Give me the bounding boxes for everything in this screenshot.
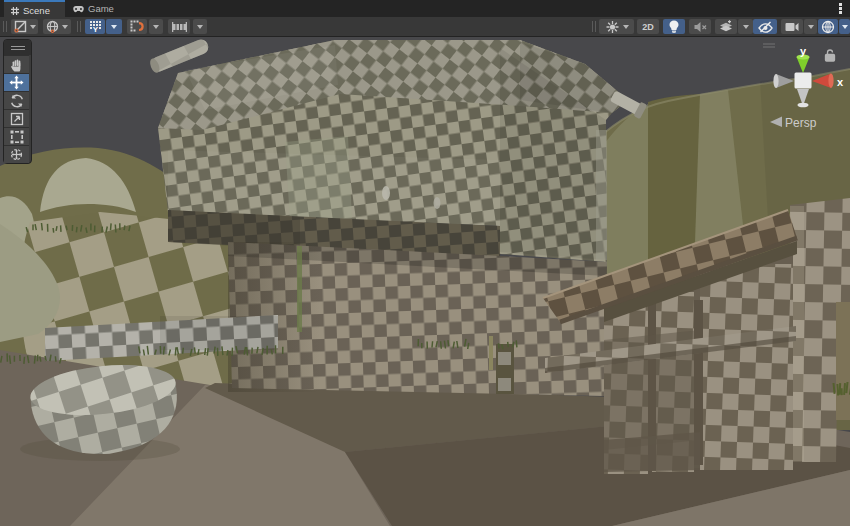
svg-text:Y: Y bbox=[92, 25, 98, 33]
svg-text:y: y bbox=[800, 45, 807, 57]
svg-text:x: x bbox=[837, 76, 844, 88]
svg-text:Persp: Persp bbox=[785, 116, 817, 130]
